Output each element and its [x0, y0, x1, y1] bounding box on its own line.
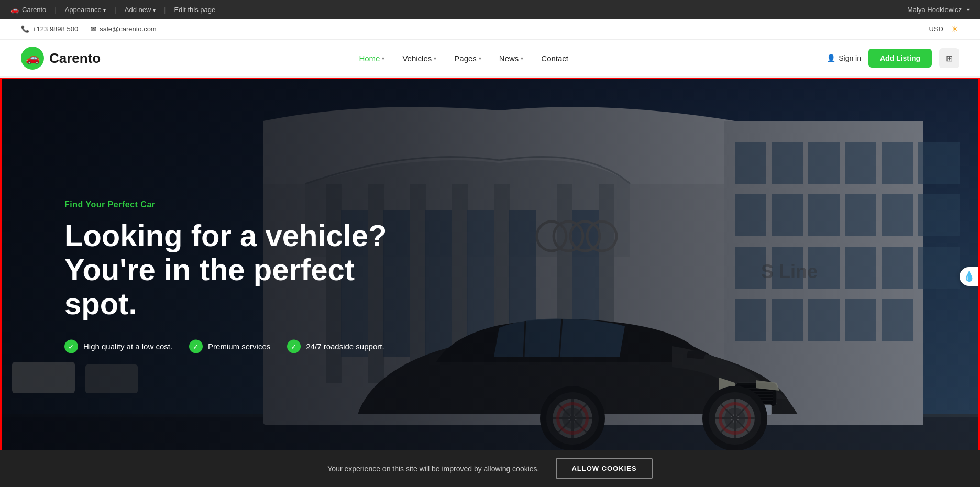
svg-rect-78 [12, 362, 75, 393]
tooltip-icon: 💧 [963, 271, 975, 282]
appearance-link[interactable]: Appearance ▾ [65, 6, 106, 14]
appearance-chevron: ▾ [103, 7, 106, 13]
hero-feature-1: ✓ High quality at a low cost. [64, 339, 172, 353]
contact-bar-right: USD ☀ [929, 24, 959, 35]
nav-item-news[interactable]: News ▾ [492, 50, 531, 67]
contact-info: 📞 +123 9898 500 ✉ sale@carento.com [21, 25, 157, 33]
nav-item-home[interactable]: Home ▾ [351, 50, 392, 67]
side-tooltip-button[interactable]: 💧 [960, 267, 978, 286]
pages-chevron: ▾ [479, 56, 481, 61]
grid-view-button[interactable]: ⊞ [939, 48, 959, 68]
admin-user-chevron: ▾ [967, 7, 970, 13]
hero-feature-2: ✓ Premium services [189, 339, 270, 353]
cookie-banner: Your experience on this site will be imp… [0, 450, 980, 487]
check-icon-2: ✓ [189, 339, 203, 353]
check-icon-3: ✓ [287, 339, 301, 353]
allow-cookies-button[interactable]: ALLOW COOKIES [556, 458, 652, 479]
admin-bar-right: Maiya Hodkiewicz ▾ [907, 6, 970, 14]
phone-icon: 📞 [21, 25, 29, 33]
contact-bar: 📞 +123 9898 500 ✉ sale@carento.com USD ☀ [0, 19, 980, 40]
admin-logo-icon: 🚗 [10, 6, 19, 14]
email-contact: ✉ sale@carento.com [91, 25, 157, 33]
nav-logo[interactable]: 🚗 Carento [21, 47, 101, 70]
sign-in-button[interactable]: 👤 Sign in [827, 54, 861, 62]
cookie-message: Your experience on this site will be imp… [327, 464, 539, 473]
vehicles-chevron: ▾ [434, 56, 436, 61]
logo-text: Carento [49, 50, 101, 67]
main-navigation: 🚗 Carento Home ▾ Vehicles ▾ Pages ▾ News… [0, 40, 980, 78]
separator3: | [164, 6, 166, 14]
nav-right: 👤 Sign in Add Listing ⊞ [827, 48, 959, 68]
admin-username: Maiya Hodkiewicz [907, 6, 962, 14]
separator2: | [114, 6, 116, 14]
nav-item-pages[interactable]: Pages ▾ [447, 50, 489, 67]
add-new-chevron: ▾ [153, 7, 156, 13]
hero-content: Find Your Perfect Car Looking for a vehi… [64, 200, 421, 353]
nav-item-vehicles[interactable]: Vehicles ▾ [395, 50, 444, 67]
user-icon: 👤 [827, 54, 835, 62]
currency-button[interactable]: USD [929, 25, 943, 33]
phone-contact: 📞 +123 9898 500 [21, 25, 78, 33]
news-chevron: ▾ [521, 56, 523, 61]
hero-subtitle: Find Your Perfect Car [64, 200, 421, 209]
admin-bar: 🚗 Carento | Appearance ▾ | Add new ▾ | E… [0, 0, 980, 19]
hero-title: Looking for a vehicle? You're in the per… [64, 219, 421, 321]
edit-page-link[interactable]: Edit this page [174, 6, 215, 14]
email-address: sale@carento.com [100, 25, 157, 33]
add-listing-button[interactable]: Add Listing [868, 49, 932, 68]
theme-toggle-icon[interactable]: ☀ [951, 24, 959, 35]
hero-features: ✓ High quality at a low cost. ✓ Premium … [64, 339, 421, 353]
check-icon-1: ✓ [64, 339, 78, 353]
add-new-link[interactable]: Add new ▾ [125, 6, 156, 14]
hero-section: S Line BM L901A [0, 78, 980, 475]
phone-number: +123 9898 500 [32, 25, 78, 33]
nav-menu: Home ▾ Vehicles ▾ Pages ▾ News ▾ Contact [351, 50, 576, 67]
hero-feature-3: ✓ 24/7 roadside support. [287, 339, 384, 353]
email-icon: ✉ [91, 25, 96, 33]
home-chevron: ▾ [382, 56, 384, 61]
admin-logo-text: Carento [22, 6, 46, 14]
admin-bar-left: 🚗 Carento | Appearance ▾ | Add new ▾ | E… [10, 6, 899, 14]
separator: | [54, 6, 56, 14]
grid-icon: ⊞ [946, 53, 953, 63]
logo-icon: 🚗 [21, 47, 44, 70]
svg-rect-79 [85, 364, 138, 393]
admin-logo[interactable]: 🚗 Carento [10, 6, 46, 14]
nav-item-contact[interactable]: Contact [534, 50, 576, 67]
